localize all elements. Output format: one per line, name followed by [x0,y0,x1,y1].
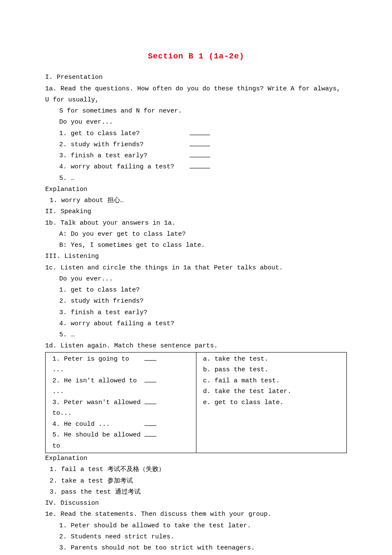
prompt-1c: 1c. Listen and circle the things in 1a t… [45,263,347,274]
match-blank-3[interactable] [144,397,156,404]
match-blank-2[interactable] [144,376,156,382]
q1a-3-text: 3. finish a test early? [59,150,187,162]
prompt-1e: 1e. Read the statements. Then discuss th… [45,509,347,520]
q1c-3: 3. finish a test early? [45,307,347,318]
explanation-1-label: Explanation [45,184,347,195]
q1a-1: 1. get to class late? [45,128,347,139]
match-left-5: 5. He should be allowed to [52,430,142,451]
q1c-4: 4. worry about failing a test? [45,318,347,330]
q1a-5: 5. … [45,173,347,184]
q1a-1-blank[interactable] [190,128,210,135]
section-iv-heading: IV. Discussion [45,498,347,509]
match-left-3: 3. Peter wasn't allowed to... [52,397,142,419]
section-ii-heading: II. Speaking [45,206,347,217]
explanation-2-label: Explanation [45,453,347,464]
match-right-a: a. take the test. [203,354,343,365]
match-left-2: 2. He isn't allowed to ... [52,376,142,397]
q1a-4: 4. worry about failing a test? [45,162,347,173]
stmt-1e-1: 1. Peter should be allowed to take the t… [45,520,347,532]
match-blank-5[interactable] [144,430,156,436]
match-blank-4[interactable] [144,419,156,426]
prompt-1a-cont: S for sometimes and N for never. [45,106,347,117]
explanation-1-item1: 1. worry about 担心… [45,195,347,206]
match-right-cell: a. take the test. b. pass the test. c. f… [196,352,347,453]
match-left-cell: 1. Peter is going to ... 2. He isn't all… [46,352,196,453]
match-right-d: d. take the test later. [203,386,343,397]
q1a-2-text: 2. study with friends? [59,139,187,150]
q1a-3: 3. finish a test early? [45,150,347,162]
explanation-2-item3: 3. pass the test 通过考试 [45,487,347,498]
explanation-2-item2: 2. take a test 参加考试 [45,476,347,487]
match-right-c: c. fail a math test. [203,376,343,387]
q1a-2: 2. study with friends? [45,139,347,150]
section-i-heading: I. Presentation [45,72,347,83]
q1a-4-text: 4. worry about failing a test? [59,162,187,173]
q1a-4-blank[interactable] [190,162,210,168]
dialog-1b-b: B: Yes, I sometimes get to class late. [45,240,347,251]
prompt-1d: 1d. Listen again. Match these sentence p… [45,341,347,352]
page: Section B 1 (1a-2e) I. Presentation 1a. … [0,0,392,555]
do-you-ever: Do you ever... [45,117,347,128]
page-title: Section B 1 (1a-2e) [45,49,347,64]
explanation-2-item1: 1. fail a test 考试不及格（失败） [45,464,347,475]
q1a-3-blank[interactable] [190,150,210,157]
stmt-1e-2: 2. Students need strict rules. [45,532,347,543]
section-iii-heading: III. Listening [45,251,347,262]
prompt-1b: 1b. Talk about your answers in 1a. [45,218,347,229]
dialog-1b-a: A: Do you ever get to class late? [45,229,347,240]
q1c-5: 5. … [45,330,347,341]
match-right-b: b. pass the test. [203,364,343,376]
match-table: 1. Peter is going to ... 2. He isn't all… [45,352,347,454]
do-you-ever-1c: Do you ever... [45,274,347,285]
stmt-1e-3: 3. Parents should not be too strict with… [45,543,347,554]
q1a-1-text: 1. get to class late? [59,128,187,139]
q1c-2: 2. study with friends? [45,296,347,307]
match-right-e: e. get to class late. [203,397,343,408]
q1c-1: 1. get to class late? [45,285,347,296]
match-blank-1[interactable] [144,354,156,361]
match-left-1: 1. Peter is going to ... [52,354,142,376]
prompt-1a: 1a. Read the questions. How often do you… [45,84,347,106]
q1a-2-blank[interactable] [190,139,210,146]
match-left-4: 4. He could ... [52,419,142,430]
